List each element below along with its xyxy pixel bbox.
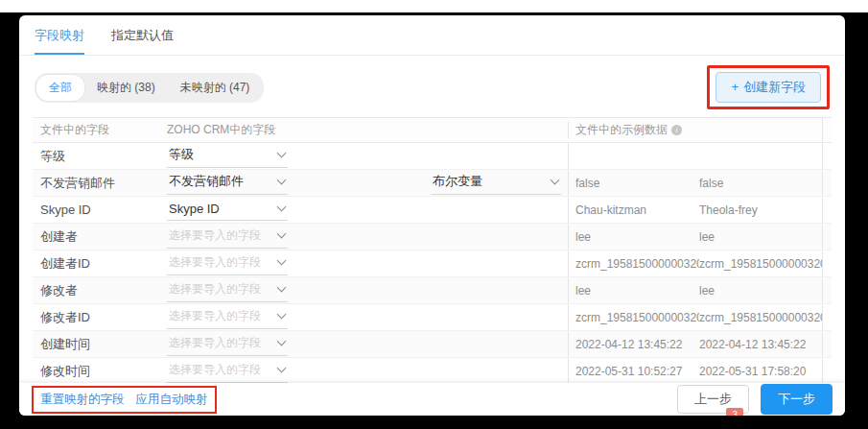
header-file-field: 文件中的字段 — [33, 122, 167, 138]
header-crm-field: ZOHO CRM中的字段 — [167, 122, 288, 138]
apply-auto-mapping-link[interactable]: 应用自动映射 — [136, 392, 208, 408]
crm-field-select[interactable]: 等级 — [167, 144, 288, 168]
filter-mapped[interactable]: 映射的 (38) — [84, 75, 168, 101]
sample-value-2: 2022-05-31 17:58:20 — [699, 358, 822, 384]
previous-step-button[interactable]: 上一步3 — [677, 385, 749, 414]
table-row: 等级 等级 — [33, 143, 832, 170]
tab-default-values[interactable]: 指定默认值 — [111, 27, 174, 55]
filter-unmapped[interactable]: 未映射的 (47) — [168, 75, 263, 101]
chevron-down-icon — [277, 310, 287, 320]
table-row: 创建者 选择要导入的字段 lee lee — [33, 224, 832, 250]
sample-value-2: lee — [699, 277, 822, 303]
table-body: 等级 等级 不发营销邮件 不发营销邮件 布尔变量 false false Sky… — [33, 143, 832, 412]
sample-value-1 — [568, 143, 699, 169]
table-right-border — [822, 170, 832, 196]
tab-bar: 字段映射 指定默认值 — [19, 15, 845, 56]
file-field-label: 等级 — [33, 148, 167, 165]
table-header-row: 文件中的字段 ZOHO CRM中的字段 文件中的示例数据i — [33, 117, 832, 143]
footer-links-annotation-box: 重置映射的字段 应用自动映射 — [32, 386, 217, 414]
sample-value-1: lee — [568, 224, 699, 250]
table-row: 修改者 选择要导入的字段 lee lee — [33, 277, 832, 304]
file-field-label: 修改者 — [33, 282, 167, 299]
table-row: 修改时间 选择要导入的字段 2022-05-31 10:52:27 2022-0… — [33, 358, 832, 385]
create-new-field-button[interactable]: +创建新字段 — [716, 72, 821, 103]
crm-field-select[interactable]: 选择要导入的字段 — [167, 360, 288, 383]
format-select[interactable]: 布尔变量 — [431, 171, 561, 195]
sample-value-2: zcrm_195815000000320001 — [699, 304, 822, 330]
sample-value-1: 2022-05-31 10:52:27 — [568, 358, 699, 384]
table-row: 修改者ID 选择要导入的字段 zcrm_195815000000320001 z… — [33, 304, 832, 331]
info-icon[interactable]: i — [671, 125, 682, 135]
chevron-down-icon — [277, 256, 287, 266]
chevron-down-icon — [277, 149, 287, 158]
sample-value-1: 2022-04-12 13:45:22 — [568, 331, 699, 357]
table-row: 创建时间 选择要导入的字段 2022-04-12 13:45:22 2022-0… — [33, 331, 832, 358]
sample-value-1: false — [568, 170, 699, 196]
field-mapping-panel: 字段映射 指定默认值 全部 映射的 (38) 未映射的 (47) +创建新字段 … — [19, 15, 845, 416]
footer-buttons: 上一步3 下一步 — [677, 384, 833, 415]
sample-value-1: zcrm_195815000000320001 — [568, 250, 699, 276]
crm-field-select[interactable]: 选择要导入的字段 — [167, 252, 288, 275]
table-right-border — [822, 331, 832, 357]
footer-bar: 重置映射的字段 应用自动映射 上一步3 下一步 — [19, 383, 845, 416]
chevron-down-icon — [277, 337, 287, 346]
table-right-border — [822, 224, 832, 250]
file-field-label: 不发营销邮件 — [33, 175, 167, 192]
chevron-down-icon — [277, 364, 287, 373]
plus-icon: + — [731, 80, 739, 94]
filter-pills: 全部 映射的 (38) 未映射的 (47) — [35, 73, 264, 103]
chevron-down-icon — [277, 229, 287, 239]
sample-value-1: zcrm_195815000000320001 — [568, 304, 699, 330]
tab-field-mapping[interactable]: 字段映射 — [35, 27, 84, 55]
next-step-button[interactable]: 下一步 — [761, 384, 833, 415]
table-right-border — [822, 143, 832, 169]
table-right-border — [822, 197, 832, 223]
sample-value-1: lee — [568, 277, 699, 303]
header-sample-data: 文件中的示例数据i — [568, 122, 699, 138]
sample-value-2: false — [699, 170, 822, 196]
crm-field-select[interactable]: 不发营销邮件 — [167, 171, 288, 195]
file-field-label: 创建时间 — [33, 336, 167, 353]
create-button-annotation-box: +创建新字段 — [707, 65, 830, 109]
table-right-border — [822, 250, 832, 276]
crm-field-select[interactable]: 选择要导入的字段 — [167, 306, 288, 329]
table-row: 不发营销邮件 不发营销邮件 布尔变量 false false — [33, 170, 832, 197]
file-field-label: 修改时间 — [33, 363, 167, 380]
sample-value-2: Theola-frey — [699, 197, 822, 223]
chevron-down-icon — [551, 176, 560, 185]
crm-field-select[interactable]: Skype ID — [167, 200, 288, 221]
crm-field-select[interactable]: 选择要导入的字段 — [167, 333, 288, 356]
crm-field-select[interactable]: 选择要导入的字段 — [167, 226, 288, 249]
annotation-badge: 3 — [726, 408, 743, 416]
reset-mapped-fields-link[interactable]: 重置映射的字段 — [40, 392, 125, 408]
chevron-down-icon — [277, 203, 287, 212]
sample-value-1: Chau-kitzman — [568, 197, 699, 223]
sample-value-2: lee — [699, 224, 822, 250]
file-field-label: 创建者 — [33, 228, 167, 246]
sample-value-2 — [699, 143, 822, 169]
table-right-border — [822, 277, 832, 303]
sample-value-2: 2022-04-12 13:45:22 — [699, 331, 822, 357]
chevron-down-icon — [277, 283, 287, 293]
file-field-label: 创建者ID — [33, 255, 167, 273]
filter-all[interactable]: 全部 — [36, 75, 84, 101]
mapping-table: 文件中的字段 ZOHO CRM中的字段 文件中的示例数据i 等级 等级 不发营销… — [33, 117, 832, 412]
table-right-border — [822, 304, 832, 330]
top-white-strip — [0, 0, 868, 12]
table-row: 创建者ID 选择要导入的字段 zcrm_195815000000320001 z… — [33, 250, 832, 277]
table-right-border — [822, 118, 832, 142]
chevron-down-icon — [277, 176, 287, 185]
file-field-label: 修改者ID — [33, 309, 167, 326]
create-button-label: 创建新字段 — [743, 80, 806, 94]
file-field-label: Skype ID — [33, 203, 167, 217]
table-right-border — [822, 358, 832, 384]
toolbar: 全部 映射的 (38) 未映射的 (47) +创建新字段 — [19, 56, 845, 117]
table-row: Skype ID Skype ID Chau-kitzman Theola-fr… — [33, 197, 832, 224]
sample-value-2: zcrm_195815000000320001 — [699, 250, 822, 276]
crm-field-select[interactable]: 选择要导入的字段 — [167, 279, 288, 302]
